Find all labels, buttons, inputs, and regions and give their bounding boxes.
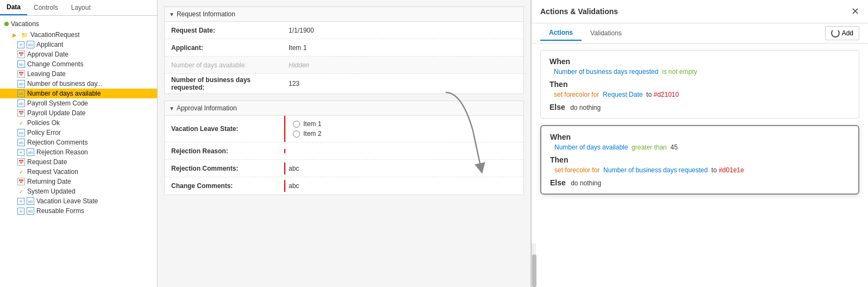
tree-item-payroll-system-code[interactable]: ab Payroll System Code — [0, 98, 157, 108]
right-tab-group: Actions Validations — [540, 26, 630, 41]
tree-item-rejection-reason[interactable]: + ab Rejection Reason — [0, 147, 157, 157]
add-button-label: Add — [842, 29, 853, 37]
date-icon-request: 📅 — [17, 158, 25, 166]
tree-label-rejection-reason: Rejection Reason — [36, 148, 88, 156]
tree-item-returning-date[interactable]: 📅 Returning Date — [0, 177, 157, 186]
check-icon-system-updated: ✓ — [17, 188, 25, 195]
rule1-else-row: Else do nothing — [549, 103, 850, 111]
tree-item-request-date[interactable]: 📅 Request Date — [0, 157, 157, 167]
field-icon-business: ab — [17, 80, 25, 88]
row-change-comments: Change Comments: abc — [165, 177, 523, 195]
rule1-else-val: do nothing — [570, 104, 601, 111]
date-icon-returning: 📅 — [17, 178, 25, 185]
tree-item-number-business-days[interactable]: ab Number of business day... — [0, 79, 157, 89]
rule2-cond-value: 45 — [670, 144, 677, 151]
tree-item-leaving-date[interactable]: 📅 Leaving Date — [0, 69, 157, 79]
right-tab-bar: Actions Validations Add — [532, 23, 868, 43]
tree-label-rejection-comments: Rejection Comments — [27, 139, 88, 146]
date-icon-payroll: 📅 — [17, 109, 25, 117]
radio-input-item2[interactable] — [293, 130, 300, 138]
rule2-else-val: do nothing — [571, 179, 601, 187]
field-icon-rejection-comments: ab — [17, 139, 25, 146]
scrollbar-thumb[interactable] — [532, 254, 536, 287]
vacations-label: Vacations — [11, 20, 39, 28]
tree-item-rejection-comments[interactable]: ab Rejection Comments — [0, 138, 157, 147]
rule1-then-label: Then — [549, 80, 850, 89]
rule2-when-label: When — [550, 133, 850, 141]
value-request-date: 1/1/1900 — [284, 24, 523, 36]
label-rejection-reason: Rejection Reason: — [165, 145, 284, 157]
tree-item-vacation-request[interactable]: ▶ 📁 VacationRequest — [0, 30, 157, 40]
value-rejection-comments: abc — [284, 163, 523, 174]
tree-label-system-updated: System Updated — [27, 188, 76, 195]
rule-card-2: When Number of days available greater th… — [540, 125, 859, 195]
tab-layout[interactable]: Layout — [65, 0, 97, 15]
tree-item-policy-error[interactable]: ab Policy Error — [0, 128, 157, 138]
label-vacation-leave-state: Vacation Leave State: — [165, 123, 284, 135]
tree-item-number-days-available[interactable]: ab Number of days available — [0, 89, 157, 98]
label-number-business-days: Number of business days requested: — [165, 74, 284, 93]
tree-label-vacation-request: VacationRequest — [30, 31, 80, 39]
tree-label-leaving-date: Leaving Date — [27, 70, 66, 78]
rule2-condition: Number of days available greater than 45 — [554, 144, 850, 151]
tree-item-system-updated[interactable]: ✓ System Updated — [0, 186, 157, 196]
radio-input-item1[interactable] — [293, 121, 300, 128]
field-icon-reusable: ab — [27, 207, 34, 215]
vacations-dot — [4, 22, 9, 26]
section-title-request: Request Information — [177, 10, 235, 18]
radio-label-item2: Item 2 — [303, 130, 321, 138]
rule1-action-keyword: set forecolor for — [554, 91, 599, 98]
value-number-days-available-hidden: Hidden — [284, 59, 523, 71]
left-panel: Data Controls Layout Vacations ▶ 📁 Vacat… — [0, 0, 158, 287]
label-request-date: Request Date: — [165, 24, 284, 36]
close-button[interactable]: ✕ — [851, 5, 859, 17]
folder2-icon: 📁 — [21, 31, 28, 39]
row-vacation-leave-state: Vacation Leave State: Item 1 Item 2 — [165, 116, 523, 142]
tab-validations[interactable]: Validations — [582, 26, 630, 41]
right-panel: Actions & Validations ✕ Actions Validati… — [531, 0, 868, 287]
tree-item-policies-ok[interactable]: ✓ Policies Ok — [0, 118, 157, 128]
field-icon-days: ab — [17, 90, 25, 97]
folder-icon: ▶ — [11, 31, 18, 39]
rules-area: When Number of business days requested i… — [532, 43, 868, 244]
rule2-then-label: Then — [550, 155, 850, 164]
rule1-when-label: When — [549, 57, 850, 66]
row-number-business-days: Number of business days requested: 123 — [165, 74, 523, 93]
plus-icon-rejection: + — [17, 149, 24, 156]
radio-item-1[interactable]: Item 1 — [293, 120, 515, 128]
tree-item-approval-date[interactable]: 📅 Approval Date — [0, 49, 157, 59]
tree-label-payroll-system-code: Payroll System Code — [27, 99, 88, 107]
tree-label-reusable-forms: Reusable Forms — [36, 207, 84, 215]
section-header-request: ▼ Request Information — [165, 7, 523, 22]
tree-item-change-comments[interactable]: ab Change Comments — [0, 59, 157, 69]
right-panel-title: Actions & Validations — [540, 7, 618, 16]
rule1-cond-field: Number of business days requested — [554, 68, 658, 76]
right-panel-header: Actions & Validations ✕ — [532, 0, 868, 23]
value-rejection-reason — [284, 149, 523, 153]
scrollbar-right[interactable] — [532, 244, 536, 287]
value-vacation-leave-state: Item 1 Item 2 — [284, 116, 523, 142]
tab-data[interactable]: Data — [0, 0, 27, 15]
rule1-condition: Number of business days requested is not… — [554, 68, 850, 76]
radio-item-2[interactable]: Item 2 — [293, 130, 515, 138]
plus-icon-vls: + — [17, 198, 24, 205]
check-icon-policies: ✓ — [17, 119, 25, 127]
tree-item-request-vacation[interactable]: ✓ Request Vacation — [0, 167, 157, 177]
tree-item-reusable-forms[interactable]: + ab Reusable Forms — [0, 206, 157, 216]
section-title-approval: Approval Information — [177, 104, 237, 112]
rule1-action-to: to — [646, 91, 652, 98]
tab-controls[interactable]: Controls — [27, 0, 65, 15]
tree-item-payroll-update-date[interactable]: 📅 Payroll Update Date — [0, 108, 157, 118]
rule2-cond-field: Number of days available — [554, 144, 628, 151]
radio-label-item1: Item 1 — [303, 120, 321, 128]
tree-label-returning-date: Returning Date — [27, 178, 71, 185]
tree-label-policy-error: Policy Error — [27, 129, 61, 136]
refresh-icon — [831, 29, 840, 38]
tree-section-vacations: Vacations — [0, 18, 157, 30]
tab-actions[interactable]: Actions — [540, 26, 582, 41]
section-header-approval: ▼ Approval Information — [165, 101, 523, 116]
tree-item-vacation-leave-state[interactable]: + ab Vacation Leave State — [0, 196, 157, 206]
rule1-action-color: #d21010 — [653, 91, 679, 98]
tree-item-applicant[interactable]: + ab Applicant — [0, 40, 157, 49]
add-button[interactable]: Add — [825, 26, 859, 40]
